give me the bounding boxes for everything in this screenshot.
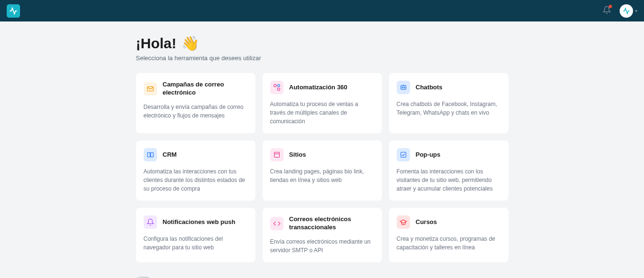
svg-rect-8 xyxy=(148,152,150,157)
card-automation-360[interactable]: Automatización 360 Automatiza tu proceso… xyxy=(263,73,382,133)
svg-rect-9 xyxy=(150,152,153,157)
automation-icon xyxy=(270,81,284,94)
card-popups[interactable]: Pop-ups Fomenta las interacciones con lo… xyxy=(389,140,508,201)
svg-rect-1 xyxy=(274,85,276,87)
card-transactional-emails[interactable]: Correos electrónicos transaccionales Env… xyxy=(263,208,382,262)
page-subtitle: Selecciona la herramienta que desees uti… xyxy=(136,54,508,62)
notification-dot xyxy=(609,5,612,8)
site-icon xyxy=(270,148,284,161)
popup-icon xyxy=(397,148,410,161)
svg-rect-4 xyxy=(401,86,406,89)
card-title: Sitios xyxy=(289,151,306,159)
tools-grid: Campañas de correo electrónico Desarroll… xyxy=(136,73,508,262)
card-title: Campañas de correo electrónico xyxy=(163,81,248,97)
chevron-down-icon: ▾ xyxy=(635,8,637,13)
card-title: Cursos xyxy=(416,218,437,226)
svg-rect-2 xyxy=(277,88,280,90)
card-title: Chatbots xyxy=(416,84,443,92)
avatar xyxy=(620,4,633,18)
svg-rect-12 xyxy=(401,152,406,158)
card-desc: Fomenta las interacciones con los visita… xyxy=(397,167,501,193)
card-email-campaigns[interactable]: Campañas de correo electrónico Desarroll… xyxy=(136,73,255,133)
card-desc: Envía correos electrónicos mediante un s… xyxy=(270,237,374,255)
user-menu[interactable]: ▾ xyxy=(620,4,637,18)
page-title: ¡Hola! xyxy=(136,35,177,52)
wave-emoji: 👋 xyxy=(181,35,199,52)
svg-point-5 xyxy=(402,87,403,88)
push-icon xyxy=(144,215,157,229)
card-push-notifications[interactable]: Notificaciones web push Configura las no… xyxy=(136,208,255,262)
card-crm[interactable]: CRM Automatiza las interacciones con tus… xyxy=(136,140,255,201)
card-desc: Automatiza tu proceso de ventas a través… xyxy=(270,100,374,126)
email-icon xyxy=(144,82,157,96)
card-sites[interactable]: Sitios Crea landing pages, páginas bio l… xyxy=(263,140,382,201)
card-desc: Configura las notificaciones del navegad… xyxy=(144,235,248,252)
card-desc: Crea chatbots de Facebook, Instagram, Te… xyxy=(397,100,501,117)
card-title: Correos electrónicos transaccionales xyxy=(289,215,374,232)
svg-point-3 xyxy=(277,85,280,87)
chatbot-icon xyxy=(397,81,410,94)
card-chatbots[interactable]: Chatbots Crea chatbots de Facebook, Inst… xyxy=(389,73,508,133)
card-desc: Crea y monetiza cursos, programas de cap… xyxy=(397,235,501,252)
card-title: Notificaciones web push xyxy=(163,218,235,226)
card-title: Automatización 360 xyxy=(289,84,348,92)
crm-icon xyxy=(144,148,157,161)
notifications-button[interactable] xyxy=(602,6,611,16)
greeting-row: ¡Hola! 👋 xyxy=(136,35,508,52)
card-desc: Crea landing pages, páginas bio link, ti… xyxy=(270,167,374,184)
card-courses[interactable]: Cursos Crea y monetiza cursos, programas… xyxy=(389,208,508,262)
card-desc: Automatiza las interacciones con tus cli… xyxy=(144,167,248,193)
top-header: ▾ xyxy=(0,0,644,21)
card-title: CRM xyxy=(163,151,177,159)
graduation-icon xyxy=(397,215,410,229)
card-desc: Desarrolla y envía campañas de correo el… xyxy=(144,103,248,120)
svg-point-6 xyxy=(404,87,405,88)
svg-rect-10 xyxy=(274,152,279,158)
card-title: Pop-ups xyxy=(416,151,441,159)
code-icon xyxy=(270,217,284,230)
main-content: ¡Hola! 👋 Selecciona la herramienta que d… xyxy=(136,21,508,278)
app-logo[interactable] xyxy=(7,4,20,18)
header-right: ▾ xyxy=(602,4,637,18)
